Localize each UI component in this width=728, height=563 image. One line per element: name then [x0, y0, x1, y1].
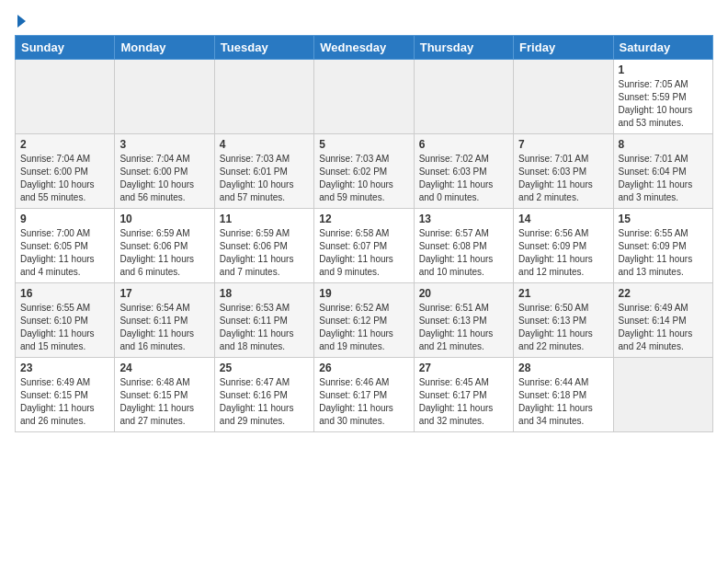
logo: [15, 15, 26, 28]
day-info: Sunrise: 7:00 AMSunset: 6:05 PMDaylight:…: [20, 227, 109, 279]
day-info: Sunrise: 6:45 AMSunset: 6:17 PMDaylight:…: [419, 376, 508, 428]
calendar-day-cell: 5Sunrise: 7:03 AMSunset: 6:02 PMDaylight…: [314, 134, 414, 209]
day-number: 18: [220, 287, 309, 300]
day-info: Sunrise: 7:04 AMSunset: 6:00 PMDaylight:…: [119, 153, 209, 204]
day-info: Sunrise: 6:55 AMSunset: 6:09 PMDaylight:…: [619, 227, 708, 279]
day-number: 4: [220, 138, 309, 151]
day-number: 24: [119, 362, 209, 374]
day-info: Sunrise: 6:50 AMSunset: 6:13 PMDaylight:…: [518, 302, 608, 353]
day-number: 10: [119, 213, 209, 225]
day-info: Sunrise: 6:54 AMSunset: 6:11 PMDaylight:…: [119, 302, 209, 353]
weekday-header-tuesday: Tuesday: [214, 36, 313, 60]
calendar-day-cell: 16Sunrise: 6:55 AMSunset: 6:10 PMDayligh…: [16, 283, 115, 358]
day-info: Sunrise: 6:51 AMSunset: 6:13 PMDaylight:…: [419, 302, 508, 353]
calendar-day-cell: 28Sunrise: 6:44 AMSunset: 6:18 PMDayligh…: [514, 358, 613, 432]
weekday-header-sunday: Sunday: [16, 36, 115, 60]
calendar-day-cell: 17Sunrise: 6:54 AMSunset: 6:11 PMDayligh…: [115, 283, 214, 358]
day-number: 25: [220, 362, 309, 374]
day-number: 3: [119, 138, 209, 151]
calendar-week-row: 1Sunrise: 7:05 AMSunset: 5:59 PMDaylight…: [16, 60, 713, 134]
day-number: 12: [319, 213, 408, 225]
day-info: Sunrise: 7:05 AMSunset: 5:59 PMDaylight:…: [619, 78, 708, 130]
day-number: 11: [220, 213, 309, 225]
calendar-day-cell: 20Sunrise: 6:51 AMSunset: 6:13 PMDayligh…: [414, 283, 513, 358]
logo-triangle-icon: [17, 15, 26, 28]
calendar-day-cell: 12Sunrise: 6:58 AMSunset: 6:07 PMDayligh…: [314, 209, 414, 283]
day-number: 27: [419, 362, 508, 374]
calendar-week-row: 2Sunrise: 7:04 AMSunset: 6:00 PMDaylight…: [16, 134, 713, 209]
day-number: 23: [20, 362, 109, 374]
page-header: [15, 15, 713, 28]
day-info: Sunrise: 6:59 AMSunset: 6:06 PMDaylight:…: [119, 227, 209, 279]
calendar-day-cell: [214, 60, 313, 134]
calendar-day-cell: 15Sunrise: 6:55 AMSunset: 6:09 PMDayligh…: [613, 209, 712, 283]
calendar-day-cell: [115, 60, 214, 134]
calendar-day-cell: 11Sunrise: 6:59 AMSunset: 6:06 PMDayligh…: [214, 209, 313, 283]
calendar-day-cell: 22Sunrise: 6:49 AMSunset: 6:14 PMDayligh…: [613, 283, 712, 358]
day-number: 28: [518, 362, 608, 374]
calendar-day-cell: [314, 60, 414, 134]
day-number: 22: [619, 287, 708, 300]
weekday-header-saturday: Saturday: [613, 36, 712, 60]
calendar-table: SundayMondayTuesdayWednesdayThursdayFrid…: [15, 35, 713, 432]
day-info: Sunrise: 6:57 AMSunset: 6:08 PMDaylight:…: [419, 227, 508, 279]
calendar-day-cell: 26Sunrise: 6:46 AMSunset: 6:17 PMDayligh…: [314, 358, 414, 432]
weekday-header-monday: Monday: [115, 36, 214, 60]
calendar-header-row: SundayMondayTuesdayWednesdayThursdayFrid…: [16, 36, 713, 60]
calendar-day-cell: 9Sunrise: 7:00 AMSunset: 6:05 PMDaylight…: [16, 209, 115, 283]
day-number: 6: [419, 138, 508, 151]
calendar-day-cell: 10Sunrise: 6:59 AMSunset: 6:06 PMDayligh…: [115, 209, 214, 283]
calendar-day-cell: 6Sunrise: 7:02 AMSunset: 6:03 PMDaylight…: [414, 134, 513, 209]
weekday-header-thursday: Thursday: [414, 36, 513, 60]
day-info: Sunrise: 6:52 AMSunset: 6:12 PMDaylight:…: [319, 302, 408, 353]
day-info: Sunrise: 6:55 AMSunset: 6:10 PMDaylight:…: [20, 302, 109, 353]
day-number: 21: [518, 287, 608, 300]
day-number: 8: [619, 138, 708, 151]
day-number: 9: [20, 213, 109, 225]
day-info: Sunrise: 6:49 AMSunset: 6:15 PMDaylight:…: [20, 376, 109, 428]
calendar-day-cell: 24Sunrise: 6:48 AMSunset: 6:15 PMDayligh…: [115, 358, 214, 432]
calendar-day-cell: 23Sunrise: 6:49 AMSunset: 6:15 PMDayligh…: [16, 358, 115, 432]
day-info: Sunrise: 6:44 AMSunset: 6:18 PMDaylight:…: [518, 376, 608, 428]
day-number: 19: [319, 287, 408, 300]
weekday-header-friday: Friday: [514, 36, 613, 60]
day-number: 15: [619, 213, 708, 225]
day-number: 14: [518, 213, 608, 225]
calendar-day-cell: [613, 358, 712, 432]
calendar-day-cell: 3Sunrise: 7:04 AMSunset: 6:00 PMDaylight…: [115, 134, 214, 209]
day-info: Sunrise: 7:01 AMSunset: 6:04 PMDaylight:…: [619, 153, 708, 204]
calendar-day-cell: 27Sunrise: 6:45 AMSunset: 6:17 PMDayligh…: [414, 358, 513, 432]
day-info: Sunrise: 6:48 AMSunset: 6:15 PMDaylight:…: [119, 376, 209, 428]
day-number: 13: [419, 213, 508, 225]
day-info: Sunrise: 7:03 AMSunset: 6:01 PMDaylight:…: [220, 153, 309, 204]
calendar-day-cell: 14Sunrise: 6:56 AMSunset: 6:09 PMDayligh…: [514, 209, 613, 283]
calendar-day-cell: 1Sunrise: 7:05 AMSunset: 5:59 PMDaylight…: [613, 60, 712, 134]
day-info: Sunrise: 7:04 AMSunset: 6:00 PMDaylight:…: [20, 153, 109, 204]
day-info: Sunrise: 6:58 AMSunset: 6:07 PMDaylight:…: [319, 227, 408, 279]
day-info: Sunrise: 7:02 AMSunset: 6:03 PMDaylight:…: [419, 153, 508, 204]
day-info: Sunrise: 6:49 AMSunset: 6:14 PMDaylight:…: [619, 302, 708, 353]
calendar-day-cell: 4Sunrise: 7:03 AMSunset: 6:01 PMDaylight…: [214, 134, 313, 209]
day-number: 17: [119, 287, 209, 300]
day-number: 2: [20, 138, 109, 151]
calendar-day-cell: 25Sunrise: 6:47 AMSunset: 6:16 PMDayligh…: [214, 358, 313, 432]
calendar-day-cell: 2Sunrise: 7:04 AMSunset: 6:00 PMDaylight…: [16, 134, 115, 209]
calendar-day-cell: 13Sunrise: 6:57 AMSunset: 6:08 PMDayligh…: [414, 209, 513, 283]
day-info: Sunrise: 6:53 AMSunset: 6:11 PMDaylight:…: [220, 302, 309, 353]
calendar-day-cell: 21Sunrise: 6:50 AMSunset: 6:13 PMDayligh…: [514, 283, 613, 358]
day-info: Sunrise: 6:59 AMSunset: 6:06 PMDaylight:…: [220, 227, 309, 279]
calendar-week-row: 16Sunrise: 6:55 AMSunset: 6:10 PMDayligh…: [16, 283, 713, 358]
weekday-header-wednesday: Wednesday: [314, 36, 414, 60]
day-info: Sunrise: 6:46 AMSunset: 6:17 PMDaylight:…: [319, 376, 408, 428]
calendar-day-cell: [514, 60, 613, 134]
calendar-day-cell: [16, 60, 115, 134]
day-number: 5: [319, 138, 408, 151]
day-info: Sunrise: 7:03 AMSunset: 6:02 PMDaylight:…: [319, 153, 408, 204]
day-number: 1: [619, 63, 708, 76]
day-info: Sunrise: 6:56 AMSunset: 6:09 PMDaylight:…: [518, 227, 608, 279]
day-number: 20: [419, 287, 508, 300]
day-info: Sunrise: 7:01 AMSunset: 6:03 PMDaylight:…: [518, 153, 608, 204]
day-number: 26: [319, 362, 408, 374]
calendar-week-row: 9Sunrise: 7:00 AMSunset: 6:05 PMDaylight…: [16, 209, 713, 283]
calendar-day-cell: 18Sunrise: 6:53 AMSunset: 6:11 PMDayligh…: [214, 283, 313, 358]
